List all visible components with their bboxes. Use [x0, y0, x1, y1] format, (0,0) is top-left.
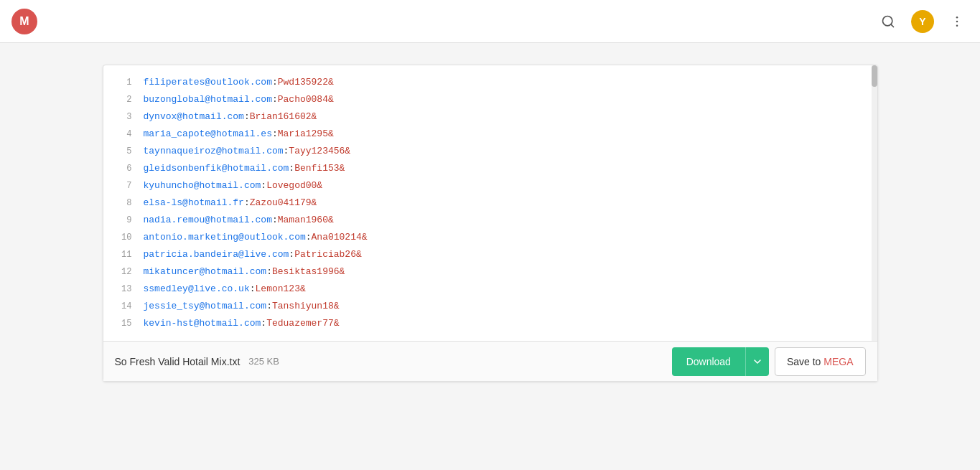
password-text: Benfi153&: [294, 163, 345, 174]
email-text: jessie_tsy@hotmail.com: [144, 301, 267, 311]
email-text: maria_capote@hotmail.es: [144, 128, 272, 139]
table-row: 4maria_capote@hotmail.es:Maria1295&: [103, 126, 877, 143]
line-content: filiperates@outlook.com:Pwd135922&: [144, 74, 334, 91]
line-number: 6: [109, 160, 132, 177]
line-content: antonio.marketing@outlook.com:Ana010214&: [144, 229, 368, 246]
line-content: mikatuncer@hotmail.com:Besiktas1996&: [144, 263, 345, 281]
file-size: 325 KB: [248, 356, 279, 367]
search-icon[interactable]: [877, 10, 900, 33]
table-row: 15kevin-hst@hotmail.com:Teduazemer77&: [103, 315, 877, 332]
password-text: Tayy123456&: [289, 146, 350, 156]
password-text: Brian161602&: [250, 111, 317, 122]
svg-point-4: [956, 24, 958, 27]
line-content: kevin-hst@hotmail.com:Teduazemer77&: [144, 315, 340, 332]
table-row: 6gleidsonbenfik@hotmail.com:Benfi153&: [103, 160, 877, 177]
email-text: taynnaqueiroz@hotmail.com: [144, 146, 284, 156]
line-content: nadia.remou@hotmail.com:Maman1960&: [144, 212, 334, 229]
email-text: kevin-hst@hotmail.com: [144, 318, 261, 329]
password-text: Ana010214&: [312, 232, 368, 243]
password-text: Zazou041179&: [250, 197, 317, 208]
line-content: buzonglobal@hotmail.com:Pacho0084&: [144, 91, 334, 108]
download-button-group: Download: [672, 347, 769, 376]
scrollbar-track[interactable]: [872, 65, 877, 341]
line-number: 14: [109, 298, 132, 315]
table-row: 12mikatuncer@hotmail.com:Besiktas1996&: [103, 263, 877, 281]
more-options-icon[interactable]: [946, 10, 969, 33]
svg-point-3: [956, 20, 958, 22]
line-number: 15: [109, 315, 132, 332]
password-text: Pwd135922&: [278, 77, 334, 88]
table-row: 11patricia.bandeira@live.com:Patriciab26…: [103, 246, 877, 263]
file-name: So Fresh Valid Hotail Mix.txt: [115, 356, 241, 367]
navbar-right: Y: [877, 10, 969, 33]
mega-logo[interactable]: M: [11, 9, 37, 34]
line-number: 11: [109, 246, 132, 263]
password-text: Lovegod00&: [266, 180, 322, 191]
table-row: 10antonio.marketing@outlook.com:Ana01021…: [103, 229, 877, 246]
email-text: kyuhuncho@hotmail.com: [144, 180, 261, 191]
line-content: gleidsonbenfik@hotmail.com:Benfi153&: [144, 160, 345, 177]
line-number: 4: [109, 126, 132, 143]
table-row: 13ssmedley@live.co.uk:Lemon123&: [103, 281, 877, 298]
line-number: 1: [109, 74, 132, 91]
navbar: M Y: [0, 0, 980, 43]
svg-line-1: [891, 24, 894, 27]
password-text: Maria1295&: [278, 128, 334, 139]
email-text: filiperates@outlook.com: [144, 77, 272, 88]
line-content: kyuhuncho@hotmail.com:Lovegod00&: [144, 177, 323, 194]
line-content: ssmedley@live.co.uk:Lemon123&: [144, 281, 306, 298]
password-text: Besiktas1996&: [272, 266, 345, 277]
code-area: 1filiperates@outlook.com:Pwd135922&2buzo…: [103, 65, 877, 341]
line-number: 3: [109, 108, 132, 126]
table-row: 5taynnaqueiroz@hotmail.com:Tayy123456&: [103, 143, 877, 160]
table-row: 9nadia.remou@hotmail.com:Maman1960&: [103, 212, 877, 229]
file-info: So Fresh Valid Hotail Mix.txt 325 KB: [115, 356, 279, 367]
scrollbar-thumb[interactable]: [872, 65, 877, 87]
footer-actions: Download Save to MEGA: [672, 347, 866, 376]
table-row: 8elsa-ls@hotmail.fr:Zazou041179&: [103, 194, 877, 212]
line-content: maria_capote@hotmail.es:Maria1295&: [144, 126, 334, 143]
password-text: Teduazemer77&: [266, 318, 339, 329]
table-row: 3dynvox@hotmail.com:Brian161602&: [103, 108, 877, 126]
mega-brand-text: MEGA: [823, 356, 853, 367]
file-content: 1filiperates@outlook.com:Pwd135922&2buzo…: [103, 65, 877, 341]
email-text: mikatuncer@hotmail.com: [144, 266, 267, 277]
email-text: buzonglobal@hotmail.com: [144, 94, 272, 105]
password-text: Patriciab26&: [294, 249, 362, 260]
navbar-left: M: [11, 9, 37, 34]
main-content: 1filiperates@outlook.com:Pwd135922&2buzo…: [0, 43, 980, 470]
line-number: 7: [109, 177, 132, 194]
save-to-mega-button[interactable]: Save to MEGA: [775, 347, 866, 376]
password-text: Pacho0084&: [278, 94, 334, 105]
password-text: Tanshiyun18&: [272, 301, 340, 311]
line-number: 8: [109, 194, 132, 212]
file-preview-container: 1filiperates@outlook.com:Pwd135922&2buzo…: [103, 65, 878, 382]
email-text: patricia.bandeira@live.com: [144, 249, 289, 260]
email-text: elsa-ls@hotmail.fr: [144, 197, 244, 208]
user-avatar[interactable]: Y: [911, 10, 934, 33]
table-row: 7kyuhuncho@hotmail.com:Lovegod00&: [103, 177, 877, 194]
download-button[interactable]: Download: [672, 347, 745, 376]
line-number: 10: [109, 229, 132, 246]
email-text: dynvox@hotmail.com: [144, 111, 244, 122]
line-content: patricia.bandeira@live.com:Patriciab26&: [144, 246, 362, 263]
line-number: 2: [109, 91, 132, 108]
table-row: 1filiperates@outlook.com:Pwd135922&: [103, 74, 877, 91]
file-footer: So Fresh Valid Hotail Mix.txt 325 KB Dow…: [103, 341, 877, 381]
line-content: elsa-ls@hotmail.fr:Zazou041179&: [144, 194, 317, 212]
table-row: 2buzonglobal@hotmail.com:Pacho0084&: [103, 91, 877, 108]
svg-point-2: [956, 16, 958, 18]
line-number: 12: [109, 263, 132, 281]
line-number: 5: [109, 143, 132, 160]
password-text: Lemon123&: [256, 283, 306, 294]
email-text: gleidsonbenfik@hotmail.com: [144, 163, 289, 174]
table-row: 14jessie_tsy@hotmail.com:Tanshiyun18&: [103, 298, 877, 315]
download-chevron-button[interactable]: [745, 347, 769, 376]
line-number: 9: [109, 212, 132, 229]
line-number: 13: [109, 281, 132, 298]
line-content: taynnaqueiroz@hotmail.com:Tayy123456&: [144, 143, 351, 160]
email-text: antonio.marketing@outlook.com: [144, 232, 306, 243]
email-text: ssmedley@live.co.uk: [144, 283, 250, 294]
line-content: dynvox@hotmail.com:Brian161602&: [144, 108, 317, 126]
email-text: nadia.remou@hotmail.com: [144, 215, 272, 225]
